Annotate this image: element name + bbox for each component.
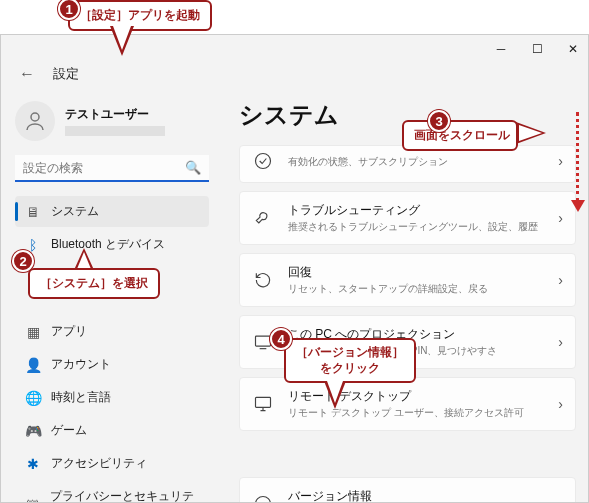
close-button[interactable]: ✕ — [564, 40, 582, 58]
sidebar-item-gaming[interactable]: 🎮 ゲーム — [15, 415, 209, 446]
search-input[interactable] — [23, 161, 185, 175]
troubleshoot-icon — [252, 207, 274, 229]
user-email-placeholder — [65, 126, 165, 136]
maximize-button[interactable]: ☐ — [528, 40, 546, 58]
sidebar-item-label: システム — [51, 203, 99, 220]
callout-4: ［バージョン情報］をクリック 4 — [276, 334, 416, 383]
card-desc: 推奨されるトラブルシューティングツール、設定、履歴 — [288, 220, 544, 234]
sidebar-item-system[interactable]: 🖥 システム — [15, 196, 209, 227]
apps-icon: ▦ — [25, 324, 41, 340]
chevron-right-icon: › — [558, 496, 563, 502]
svg-rect-3 — [256, 397, 271, 407]
callout-1-text: ［設定］アプリを起動 — [68, 0, 212, 31]
card-remote-desktop[interactable]: リモート デスクトップ リモート デスクトップ ユーザー、接続アクセス許可 › — [239, 377, 576, 431]
callout-2: ［システム］を選択 2 — [14, 258, 160, 299]
app-title: 設定 — [53, 65, 79, 83]
svg-point-0 — [31, 113, 39, 121]
time-language-icon: 🌐 — [25, 390, 41, 406]
chevron-right-icon: › — [558, 396, 563, 412]
chevron-right-icon: › — [558, 210, 563, 226]
card-troubleshoot[interactable]: トラブルシューティング 推奨されるトラブルシューティングツール、設定、履歴 › — [239, 191, 576, 245]
card-about[interactable]: バージョン情報 デバイス仕様、PC 名変更、Windows 仕様 › — [239, 477, 576, 502]
accounts-icon: 👤 — [25, 357, 41, 373]
scroll-indicator-arrow-icon — [571, 200, 585, 212]
user-name: テストユーザー — [65, 106, 165, 123]
callout-3-text: 画面をスクロール — [402, 120, 518, 151]
callout-4-text: ［バージョン情報］をクリック — [284, 338, 416, 383]
sidebar-item-bluetooth[interactable]: ᛒ Bluetooth とデバイス — [15, 229, 209, 260]
search-box[interactable]: 🔍 — [15, 155, 209, 182]
svg-point-4 — [256, 497, 271, 503]
sidebar-item-label: Bluetooth とデバイス — [51, 236, 165, 253]
minimize-button[interactable]: ─ — [492, 40, 510, 58]
sidebar-item-label: プライバシーとセキュリティ — [50, 488, 199, 503]
chevron-right-icon: › — [558, 334, 563, 350]
chevron-right-icon: › — [558, 153, 563, 169]
recovery-icon — [252, 269, 274, 291]
card-title: 回復 — [288, 264, 544, 281]
sidebar-item-privacy[interactable]: 🛡 プライバシーとセキュリティ — [15, 481, 209, 503]
header-row: ← 設定 — [19, 65, 79, 83]
card-title: バージョン情報 — [288, 488, 544, 502]
svg-point-1 — [256, 154, 271, 169]
chevron-right-icon: › — [558, 272, 563, 288]
nav-list: 🖥 システム ᛒ Bluetooth とデバイス ネットワークとインターネット … — [15, 196, 209, 503]
sidebar-item-apps[interactable]: ▦ アプリ — [15, 316, 209, 347]
gaming-icon: 🎮 — [25, 423, 41, 439]
about-icon — [252, 493, 274, 502]
callout-4-badge: 4 — [270, 328, 292, 350]
card-title: トラブルシューティング — [288, 202, 544, 219]
window-titlebar: ─ ☐ ✕ — [1, 35, 588, 63]
user-account-row[interactable]: テストユーザー — [15, 101, 209, 141]
scroll-indicator-line — [575, 112, 579, 202]
card-desc: リセット、スタートアップの詳細設定、戻る — [288, 282, 544, 296]
search-icon: 🔍 — [185, 160, 201, 175]
accessibility-icon: ✱ — [25, 456, 41, 472]
sidebar-item-label: アカウント — [51, 356, 111, 373]
settings-card-list: 有効化の状態、サブスクリプション › トラブルシューティング 推奨されるトラブル… — [239, 145, 576, 502]
svg-rect-2 — [256, 336, 271, 346]
callout-2-text: ［システム］を選択 — [28, 268, 160, 299]
sidebar-item-time-language[interactable]: 🌐 時刻と言語 — [15, 382, 209, 413]
system-icon: 🖥 — [25, 204, 41, 220]
privacy-icon: 🛡 — [25, 497, 40, 503]
callout-2-badge: 2 — [12, 250, 34, 272]
sidebar-item-accessibility[interactable]: ✱ アクセシビリティ — [15, 448, 209, 479]
avatar — [15, 101, 55, 141]
main-panel: システム 有効化の状態、サブスクリプション › トラブルシューティング 推奨され… — [219, 93, 588, 502]
back-arrow-icon[interactable]: ← — [19, 65, 35, 83]
sidebar-item-label: ゲーム — [51, 422, 87, 439]
callout-3: 画面をスクロール 3 — [402, 120, 518, 151]
callout-1: ［設定］アプリを起動 1 — [68, 0, 212, 31]
sidebar-item-label: 時刻と言語 — [51, 389, 111, 406]
remote-desktop-icon — [252, 393, 274, 415]
callout-3-badge: 3 — [428, 110, 450, 132]
person-icon — [23, 109, 47, 133]
sidebar-item-label: アクセシビリティ — [51, 455, 147, 472]
card-desc: 有効化の状態、サブスクリプション — [288, 155, 544, 169]
sidebar-item-label: アプリ — [51, 323, 87, 340]
activation-icon — [252, 150, 274, 172]
card-recovery[interactable]: 回復 リセット、スタートアップの詳細設定、戻る › — [239, 253, 576, 307]
sidebar-item-accounts[interactable]: 👤 アカウント — [15, 349, 209, 380]
